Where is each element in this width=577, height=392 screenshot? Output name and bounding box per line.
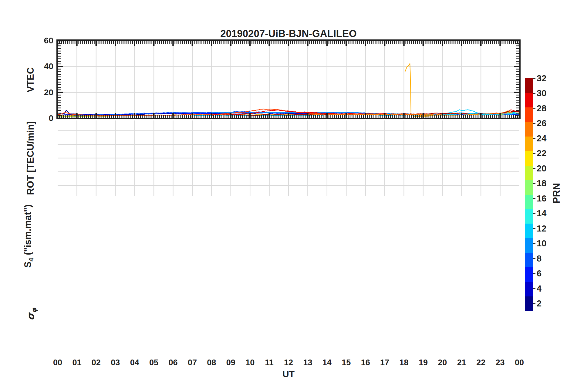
colorbar-tick-label: 6 bbox=[537, 269, 542, 278]
colorbar-band bbox=[525, 166, 533, 180]
y-tick-label: 60 bbox=[17, 36, 53, 46]
colorbar-band bbox=[525, 107, 533, 122]
colorbar-band bbox=[525, 296, 533, 311]
sigma-phi-axis-label: σφ bbox=[25, 308, 38, 320]
prn-colorbar bbox=[525, 78, 533, 311]
figure: 20190207-UiB-BJN-GALILEO VTEC ROT [TECU/… bbox=[0, 0, 577, 392]
colorbar-label: PRN bbox=[551, 183, 562, 204]
colorbar-band bbox=[525, 122, 533, 137]
colorbar-tick-label: 10 bbox=[537, 238, 546, 248]
colorbar-tick-label: 18 bbox=[537, 178, 546, 188]
colorbar-tick-mark bbox=[533, 303, 535, 304]
colorbar-tick-mark bbox=[533, 198, 535, 199]
colorbar-band bbox=[525, 224, 533, 238]
colorbar-band bbox=[525, 267, 533, 282]
colorbar-tick-mark bbox=[533, 288, 535, 289]
s4-axis-label: S4 ("ism.mat") bbox=[22, 204, 35, 268]
colorbar-band bbox=[525, 238, 533, 253]
colorbar-tick-label: 2 bbox=[537, 299, 542, 308]
colorbar-band bbox=[525, 180, 533, 195]
y-tick-label: 20 bbox=[17, 88, 53, 97]
x-axis-label: UT bbox=[58, 369, 519, 379]
colorbar-tick-label: 22 bbox=[537, 148, 546, 158]
colorbar-tick-label: 26 bbox=[537, 118, 546, 128]
colorbar-tick-label: 14 bbox=[537, 208, 546, 218]
vtec-canvas bbox=[56, 39, 521, 120]
colorbar-band bbox=[525, 253, 533, 267]
chart-title: 20190207-UiB-BJN-GALILEO bbox=[58, 28, 519, 39]
colorbar-band bbox=[525, 282, 533, 296]
colorbar-tick-label: 8 bbox=[537, 254, 542, 263]
colorbar-band bbox=[525, 78, 533, 93]
colorbar-tick-mark bbox=[533, 243, 535, 244]
rot-axis-label: ROT [TECU/min] bbox=[25, 121, 36, 195]
colorbar-tick-mark bbox=[533, 93, 535, 94]
colorbar-band bbox=[525, 151, 533, 166]
colorbar-tick-label: 24 bbox=[537, 133, 546, 143]
colorbar-tick-mark bbox=[533, 228, 535, 229]
colorbar-tick-mark bbox=[533, 153, 535, 154]
colorbar-tick-label: 20 bbox=[537, 164, 546, 173]
colorbar-tick-mark bbox=[533, 258, 535, 259]
colorbar-tick-mark bbox=[533, 78, 535, 79]
colorbar-tick-mark bbox=[533, 183, 535, 184]
y-tick-label: 0 bbox=[17, 113, 53, 123]
colorbar-tick-mark bbox=[533, 213, 535, 214]
colorbar-band bbox=[525, 137, 533, 151]
colorbar-band bbox=[525, 209, 533, 224]
y-tick-label: 40 bbox=[17, 62, 53, 71]
colorbar-tick-mark bbox=[533, 123, 535, 124]
x-tick-label: 00 bbox=[507, 358, 532, 367]
colorbar-tick-mark bbox=[533, 138, 535, 139]
colorbar-band bbox=[525, 93, 533, 107]
colorbar-band bbox=[525, 195, 533, 209]
colorbar-tick-mark bbox=[533, 273, 535, 274]
colorbar-tick-label: 4 bbox=[537, 284, 542, 293]
colorbar-tick-label: 32 bbox=[537, 73, 546, 83]
colorbar-tick-mark bbox=[533, 168, 535, 169]
colorbar-tick-label: 30 bbox=[537, 88, 546, 98]
colorbar-tick-label: 16 bbox=[537, 194, 546, 203]
rot-canvas bbox=[56, 119, 521, 197]
colorbar-tick-mark bbox=[533, 108, 535, 109]
colorbar-tick-label: 28 bbox=[537, 103, 546, 113]
colorbar-tick-label: 12 bbox=[537, 224, 546, 233]
